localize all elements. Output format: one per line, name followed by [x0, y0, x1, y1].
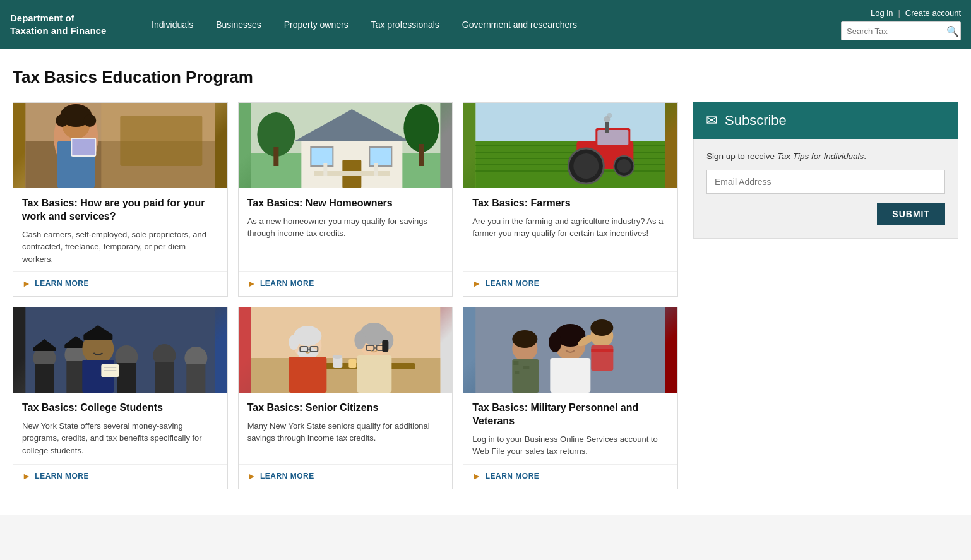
card-footer-college: ► LEARN MORE	[13, 464, 227, 489]
svg-rect-24	[323, 163, 327, 176]
subscribe-desc-suffix: .	[864, 152, 866, 161]
card-title-farmers: Tax Basics: Farmers	[472, 197, 669, 210]
email-icon: ✉	[706, 112, 717, 129]
auth-separator: |	[898, 8, 900, 18]
create-account-link[interactable]: Create account	[905, 8, 961, 18]
card-image-worker	[13, 103, 227, 188]
svg-rect-46	[35, 364, 54, 393]
card-desc-how-paid: Cash earners, self-employed, sole propri…	[22, 229, 218, 266]
learn-more-military[interactable]: ► LEARN MORE	[472, 471, 669, 481]
search-icon: 🔍	[946, 26, 959, 37]
email-input[interactable]	[706, 170, 945, 194]
card-how-paid[interactable]: Tax Basics: How are you paid for your wo…	[13, 102, 228, 297]
arrow-icon: ►	[472, 278, 481, 289]
card-image-farm	[463, 103, 677, 188]
learn-more-farmers[interactable]: ► LEARN MORE	[472, 278, 669, 289]
learn-more-label: LEARN MORE	[260, 472, 314, 480]
header-right: Log in | Create account 🔍	[822, 8, 961, 40]
brand-line1: Department of	[10, 13, 74, 23]
svg-rect-9	[72, 139, 95, 155]
card-footer-seniors: ► LEARN MORE	[239, 464, 453, 489]
card-college[interactable]: Tax Basics: College Students New York St…	[13, 307, 228, 489]
learn-more-homeowners[interactable]: ► LEARN MORE	[247, 278, 444, 289]
svg-rect-76	[289, 357, 326, 393]
svg-rect-41	[605, 122, 609, 133]
login-link[interactable]: Log in	[871, 8, 893, 18]
card-body-seniors: Tax Basics: Senior Citizens Many New Yor…	[239, 393, 453, 464]
svg-rect-50	[117, 363, 136, 393]
subscribe-header: ✉ Subscribe	[693, 102, 958, 139]
subscribe-title: Subscribe	[725, 112, 787, 129]
nav-tax-professionals[interactable]: Tax professionals	[360, 20, 451, 30]
svg-point-70	[332, 355, 342, 359]
svg-rect-105	[592, 349, 614, 352]
card-footer-farmers: ► LEARN MORE	[463, 271, 677, 296]
card-image-seniors	[239, 307, 453, 393]
svg-rect-25	[374, 163, 378, 176]
card-desc-homeowners: As a new homeowner you may qualify for s…	[247, 215, 444, 265]
svg-rect-54	[186, 364, 205, 393]
subscribe-body: Sign up to receive Tax Tips for Individu…	[693, 139, 958, 239]
svg-point-5	[56, 114, 68, 127]
search-button[interactable]: 🔍	[943, 25, 963, 37]
svg-point-6	[83, 114, 96, 127]
svg-rect-15	[273, 147, 278, 166]
svg-rect-88	[357, 355, 391, 393]
page-title: Tax Basics Education Program	[13, 68, 958, 87]
cards-grid: Tax Basics: How are you paid for your wo…	[13, 102, 678, 489]
svg-rect-55	[33, 348, 56, 351]
card-seniors[interactable]: Tax Basics: Senior Citizens Many New Yor…	[238, 307, 453, 489]
svg-point-40	[617, 159, 631, 173]
card-title-how-paid: Tax Basics: How are you paid for your wo…	[22, 197, 218, 223]
main-nav: Individuals Businesses Property owners T…	[140, 20, 822, 30]
card-homeowners[interactable]: Tax Basics: New Homeowners As a new home…	[238, 102, 453, 297]
site-header: Department of Taxation and Finance Indiv…	[0, 0, 971, 49]
svg-rect-22	[419, 144, 424, 166]
auth-links: Log in | Create account	[871, 8, 961, 18]
svg-rect-102	[523, 366, 530, 369]
card-desc-college: New York State offers several money-savi…	[22, 420, 218, 458]
brand-logo[interactable]: Department of Taxation and Finance	[10, 12, 130, 37]
card-title-homeowners: Tax Basics: New Homeowners	[247, 197, 444, 210]
svg-rect-101	[514, 361, 519, 365]
nav-property-owners[interactable]: Property owners	[273, 20, 360, 30]
learn-more-label: LEARN MORE	[260, 279, 314, 288]
svg-rect-103	[515, 371, 520, 374]
card-body-homeowners: Tax Basics: New Homeowners As a new home…	[239, 188, 453, 271]
arrow-icon: ►	[247, 471, 256, 481]
learn-more-how-paid[interactable]: ► LEARN MORE	[22, 278, 218, 289]
search-input[interactable]	[842, 27, 943, 36]
learn-more-label: LEARN MORE	[486, 279, 540, 288]
svg-rect-36	[598, 130, 629, 145]
svg-rect-87	[382, 340, 388, 352]
nav-individuals[interactable]: Individuals	[140, 20, 205, 30]
svg-rect-27	[476, 103, 665, 141]
card-military[interactable]: Tax Basics: Military Personnel and Veter…	[463, 307, 678, 489]
nav-gov-researchers[interactable]: Government and researchers	[451, 20, 588, 30]
learn-more-label: LEARN MORE	[486, 472, 540, 480]
arrow-icon: ►	[22, 278, 31, 289]
svg-point-94	[549, 332, 562, 352]
card-footer-how-paid: ► LEARN MORE	[13, 271, 227, 296]
main-layout: Tax Basics: How are you paid for your wo…	[13, 102, 958, 489]
svg-rect-61	[83, 335, 112, 340]
learn-more-seniors[interactable]: ► LEARN MORE	[247, 471, 444, 481]
learn-more-college[interactable]: ► LEARN MORE	[22, 471, 218, 481]
card-footer-military: ► LEARN MORE	[463, 464, 677, 489]
card-image-house	[239, 103, 453, 188]
card-desc-farmers: Are you in the farming and agriculture i…	[472, 215, 669, 265]
svg-rect-71	[348, 359, 356, 368]
search-box[interactable]: 🔍	[841, 21, 961, 40]
card-footer-homeowners: ► LEARN MORE	[239, 271, 453, 296]
svg-rect-52	[155, 362, 174, 393]
svg-point-38	[574, 153, 599, 179]
card-farmers[interactable]: Tax Basics: Farmers Are you in the farmi…	[463, 102, 678, 297]
brand-line2: Taxation and Finance	[10, 25, 106, 36]
nav-businesses[interactable]: Businesses	[205, 20, 273, 30]
svg-point-104	[513, 330, 538, 348]
subscribe-description: Sign up to receive Tax Tips for Individu…	[706, 152, 945, 161]
submit-button[interactable]: SUBMIT	[877, 203, 945, 225]
svg-point-97	[591, 319, 614, 336]
svg-rect-11	[120, 116, 202, 166]
svg-rect-92	[551, 358, 591, 393]
